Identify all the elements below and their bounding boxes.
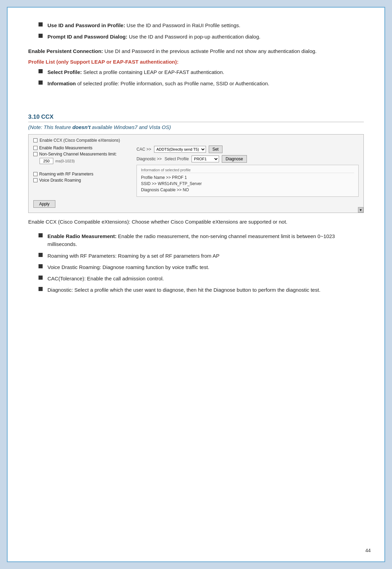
bullet-prompt-id: Prompt ID and Password Dialog: Use the I… bbox=[39, 33, 364, 41]
voice-roaming-row: Voice Drastic Roaming bbox=[33, 178, 137, 183]
diagnosis-row: Diagnosis Capable >> NO bbox=[141, 187, 354, 192]
bullet-voice-drastic-text: Voice Drastic Roaming: Diagnose roaming … bbox=[47, 263, 209, 271]
ms-row: ms(0-1023) bbox=[40, 158, 137, 164]
note-note: Note: This feature bbox=[30, 124, 72, 130]
roaming-rf-checkbox[interactable] bbox=[33, 172, 37, 176]
bullet-icon bbox=[39, 80, 43, 85]
set-button[interactable]: Set bbox=[209, 146, 222, 153]
diagnose-button[interactable]: Diagnose bbox=[222, 155, 247, 163]
bullet-prompt-id-text: Prompt ID and Password Dialog: Use the I… bbox=[47, 33, 260, 41]
persistent-text: Use DI and Password in the previous acti… bbox=[103, 48, 317, 54]
ccx-ui-box: Enable CCX (Cisco Compatible eXtensions)… bbox=[28, 134, 364, 213]
ccx-box-title: Enable CCX (Cisco Compatible eXtensions) bbox=[33, 138, 359, 143]
enable-radio-checkbox[interactable] bbox=[33, 146, 37, 150]
bullet-use-id-bold: Use ID and Password in Profile: bbox=[47, 22, 125, 28]
bullet-sp-rest: Select a profile containing LEAP or EAP-… bbox=[82, 69, 224, 75]
bullet-icon bbox=[39, 69, 43, 73]
bullet-icon bbox=[39, 287, 43, 291]
select-profile-label: Select Profile bbox=[164, 157, 189, 161]
ssid-row: SSID >> WR514VN_FTP_Server bbox=[141, 181, 354, 186]
bullet-sp-bold: Select Profile: bbox=[47, 69, 82, 75]
bullet-use-id-rest: Use the ID and Password in RaUI Profile … bbox=[125, 22, 240, 28]
persistent-connection-para: Enable Persistent Connection: Use DI and… bbox=[28, 47, 364, 55]
ssid-label: SSID >> bbox=[141, 181, 156, 186]
profile-name-value: PROF 1 bbox=[172, 175, 187, 180]
page-number: 44 bbox=[365, 548, 371, 553]
bullet-select-profile: Select Profile: Select a profile contain… bbox=[39, 68, 364, 76]
persistent-label: Enable Persistent Connection: bbox=[28, 48, 103, 54]
bullet-enable-radio-text: Enable Radio Measurement: Enable the rad… bbox=[47, 232, 364, 248]
bullet-voice-drastic: Voice Drastic Roaming: Diagnose roaming … bbox=[39, 263, 364, 271]
apply-button[interactable]: Apply bbox=[33, 200, 55, 208]
ms-label: ms(0-1023) bbox=[55, 159, 75, 163]
ccx-title-label: Enable CCX (Cisco Compatible eXtensions) bbox=[40, 138, 120, 143]
diagnostic-label: Diagnostic >> bbox=[137, 157, 162, 161]
ccx-left-column: Enable Radio Measurements Non-Serving Ch… bbox=[33, 146, 137, 197]
bullet-information: Information of selected profile: Profile… bbox=[39, 79, 364, 87]
bullet-enable-radio: Enable Radio Measurement: Enable the rad… bbox=[39, 232, 364, 248]
bullet-roaming-rf-text: Roaming with RF Parameters: Roaming by a… bbox=[47, 252, 219, 260]
profile-name-row: Profile Name >> PROF 1 bbox=[141, 175, 354, 180]
scrollbar-arrow[interactable]: ▼ bbox=[358, 207, 363, 213]
bullet-icon bbox=[39, 233, 43, 237]
bullet-prompt-id-rest: Use the ID and Password in pop-up authen… bbox=[128, 34, 261, 40]
ccx-right-column: CAC >> ADDTS(Directly send T5) Set Diagn… bbox=[137, 146, 359, 197]
cac-row: CAC >> ADDTS(Directly send T5) Set bbox=[137, 146, 359, 153]
page-container: Use ID and Password in Profile: Use the … bbox=[7, 7, 385, 562]
ssid-value: WR514VN_FTP_Server bbox=[158, 181, 202, 186]
bullet-cac: CAC(Tolerance): Enable the call admissio… bbox=[39, 275, 364, 282]
bullet-diagnostic-text: Diagnostic: Select a profile which the u… bbox=[47, 286, 320, 294]
bullet-icon bbox=[39, 253, 43, 257]
enable-ccx-checkbox[interactable] bbox=[33, 138, 37, 142]
apply-row: Apply bbox=[33, 200, 359, 208]
bullet-select-profile-text: Select Profile: Select a profile contain… bbox=[47, 68, 224, 76]
bullet-er-bold: Enable Radio Measurement: bbox=[47, 233, 117, 239]
diagnostic-row: Diagnostic >> Select Profile PROF1 Diagn… bbox=[137, 155, 359, 163]
ms-input[interactable] bbox=[40, 158, 53, 164]
profile-name-label: Profile Name >> bbox=[141, 175, 171, 180]
voice-roaming-label: Voice Drastic Roaming bbox=[39, 178, 81, 183]
info-box: Information of selected profile Profile … bbox=[137, 165, 359, 197]
bullet-use-id-text: Use ID and Password in Profile: Use the … bbox=[47, 21, 240, 29]
bullet-info-rest: of selected profile: Profile information… bbox=[76, 80, 270, 86]
profile-select[interactable]: PROF1 bbox=[192, 155, 219, 162]
diagnosis-capable-label: Diagnosis Capable >> bbox=[141, 187, 182, 192]
bullet-icon bbox=[39, 22, 43, 26]
note-doesnt: doesn't bbox=[72, 124, 90, 130]
bullet-icon bbox=[39, 34, 43, 38]
bullet-icon bbox=[39, 264, 43, 268]
section-310-note: (Note: This feature doesn't available Wi… bbox=[28, 124, 364, 130]
bullet-info-text: Information of selected profile: Profile… bbox=[47, 79, 269, 87]
voice-roaming-checkbox[interactable] bbox=[33, 178, 37, 182]
info-title: Information of selected profile bbox=[141, 168, 354, 173]
non-serving-checkbox[interactable] bbox=[33, 152, 37, 156]
bullet-info-bold: Information bbox=[47, 80, 76, 86]
ccx-body-para: Enable CCX (Cisco Compatible eXtensions)… bbox=[28, 218, 364, 226]
diagnosis-capable-value: NO bbox=[183, 187, 189, 192]
bullet-roaming-rf: Roaming with RF Parameters: Roaming by a… bbox=[39, 252, 364, 260]
enable-radio-row: Enable Radio Measurements bbox=[33, 146, 137, 150]
bullet-diagnostic: Diagnostic: Select a profile which the u… bbox=[39, 286, 364, 294]
enable-radio-label: Enable Radio Measurements bbox=[39, 146, 92, 150]
cac-label: CAC >> bbox=[137, 147, 151, 152]
bullet-prompt-id-bold: Prompt ID and Password Dialog: bbox=[47, 34, 128, 40]
bullet-use-id: Use ID and Password in Profile: Use the … bbox=[39, 21, 364, 29]
roaming-rf-row: Roaming with RF Parameters bbox=[33, 172, 137, 176]
cac-select[interactable]: ADDTS(Directly send T5) bbox=[154, 146, 206, 153]
roaming-rf-label: Roaming with RF Parameters bbox=[39, 172, 93, 176]
section-310-title: 3.10 CCX bbox=[28, 114, 364, 122]
non-serving-label: Non-Serving Channel Measurements limit: bbox=[39, 152, 117, 157]
note-suffix: available Windows7 and Vista OS) bbox=[90, 124, 171, 130]
non-serving-row: Non-Serving Channel Measurements limit: bbox=[33, 152, 137, 157]
profile-list-heading: Profile List (only Support LEAP or EAP-F… bbox=[28, 59, 364, 65]
bullet-cac-text: CAC(Tolerance): Enable the call admissio… bbox=[47, 275, 164, 282]
bullet-icon bbox=[39, 276, 43, 280]
ccx-inner-layout: Enable Radio Measurements Non-Serving Ch… bbox=[33, 146, 359, 197]
